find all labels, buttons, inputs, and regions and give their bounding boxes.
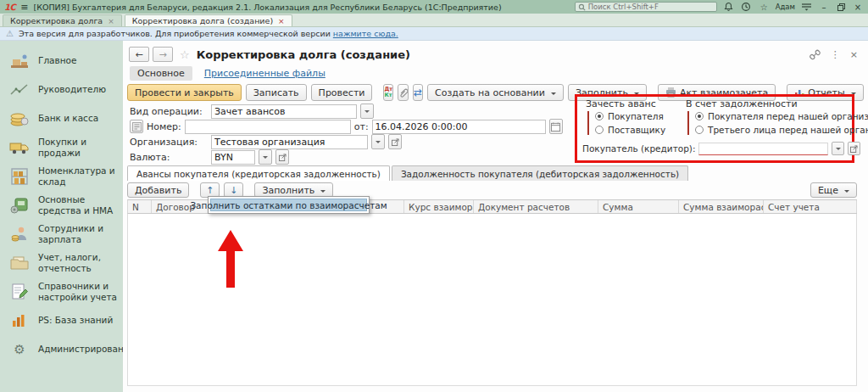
dtkt-postings-button[interactable]: ДтКт <box>383 84 393 101</box>
table-more-button[interactable]: Еще <box>810 182 857 198</box>
save-button[interactable]: Записать <box>246 84 307 101</box>
radio-debt-buyer[interactable]: Покупателя перед нашей организацией <box>695 111 868 121</box>
sidebar-item-bank-i-kassa[interactable]: Банк и касса <box>0 107 123 130</box>
radio-debt-third-party[interactable]: Третьего лица перед нашей организацией <box>695 125 868 135</box>
minimize-button[interactable]: – <box>818 3 830 12</box>
buyer-open-icon-button[interactable] <box>848 142 860 155</box>
sidebar-item-spravochniki[interactable]: Справочники и настройки учета <box>0 280 123 303</box>
organization-input[interactable] <box>211 135 368 149</box>
1c-logo: 1С <box>4 3 15 12</box>
sidebar-item-baza-znaniy[interactable]: PS: База знаний <box>0 309 123 332</box>
back-button[interactable]: ← <box>129 47 149 62</box>
history-icon[interactable] <box>740 1 753 13</box>
calendar-icon-button[interactable] <box>549 119 563 134</box>
number-input[interactable] <box>185 120 351 134</box>
radio-selected-icon <box>595 112 604 120</box>
sidebar-item-uchet-nalogi[interactable]: Учет, налоги, отчетность <box>0 251 123 274</box>
post-and-close-button[interactable]: Провести и закрыть <box>127 84 242 101</box>
coins-icon <box>8 108 31 130</box>
folder-reports-icon <box>8 252 31 274</box>
set-number-icon-button[interactable] <box>130 120 143 133</box>
get-link-icon[interactable] <box>810 49 821 60</box>
more-menu-dots-icon[interactable]: ⋮ <box>831 49 840 60</box>
post-button[interactable]: Провести <box>311 84 373 101</box>
desk-icon <box>8 50 31 72</box>
operation-type-label: Вид операции: <box>130 106 208 117</box>
sidebar-item-administrirovanie[interactable]: ⚙ Администрирование <box>0 338 123 361</box>
search-input[interactable] <box>588 3 714 11</box>
favorites-star-icon[interactable]: ☆ <box>758 1 771 13</box>
main-menu-icon[interactable]: ≡ <box>20 3 28 12</box>
currency-label: Валюта: <box>130 152 208 163</box>
sidebar-item-rukovoditelyu[interactable]: Руководителю <box>0 78 123 101</box>
organization-dropdown-button[interactable] <box>371 134 385 149</box>
tab-close-icon[interactable]: × <box>108 17 114 25</box>
debt-group-title: В счет задолженности <box>686 98 798 109</box>
developer-version-warning: ⚠ Эта версия для разработчиков. Для прио… <box>0 27 868 41</box>
tab-buyer-advances[interactable]: Авансы покупателя (кредиторская задолжен… <box>127 165 390 181</box>
column-header-kurs[interactable]: Курс взаиморасчетов <box>404 200 474 213</box>
radio-advance-buyer[interactable]: Покупателя <box>595 111 665 121</box>
tab-label: Корректировка долга <box>10 16 103 25</box>
operation-type-dropdown-button[interactable] <box>360 104 374 119</box>
window-tab-bar: Корректировка долга × Корректировка долг… <box>0 14 868 27</box>
table-body-empty[interactable] <box>127 214 857 386</box>
sidebar-item-glavnoe[interactable]: Главное <box>0 49 123 72</box>
app-title: [КОПИЯ] Бухгалтерия для Беларуси, редакц… <box>34 3 502 12</box>
notifications-bell-icon[interactable] <box>722 1 735 13</box>
machine-gear-icon <box>8 194 31 216</box>
create-based-on-button[interactable]: Создать на основании <box>427 84 564 101</box>
column-header-n[interactable]: N <box>128 200 152 213</box>
nav-attached-files[interactable]: Присоединенные файлы <box>204 68 326 79</box>
buyer-creditor-input[interactable] <box>698 143 828 155</box>
current-user[interactable]: Адам <box>776 3 795 11</box>
column-header-dokument-raschetov[interactable]: Документ расчетов <box>474 200 598 213</box>
add-row-button[interactable]: Добавить <box>127 182 189 198</box>
sidebar-item-pokupki-i-prodazhi[interactable]: Покупки и продажи <box>0 136 123 159</box>
buy-commercial-link[interactable]: нажмите сюда. <box>333 29 398 38</box>
tab-korrektirovka-dolga[interactable]: Корректировка долга × <box>3 14 122 26</box>
close-window-button[interactable]: × <box>852 3 864 12</box>
column-header-schet-ucheta[interactable]: Счет учета <box>764 200 857 213</box>
form-title: Корректировка долга (создание) <box>197 48 410 61</box>
restore-window-button[interactable] <box>835 3 847 11</box>
sidebar-nav: Главное Руководителю Банк и касса Покупк… <box>0 41 123 392</box>
tab-close-icon[interactable]: × <box>278 17 285 25</box>
warehouse-shelf-icon <box>8 165 31 188</box>
search-icon <box>578 3 586 11</box>
chart-line-icon <box>8 79 31 101</box>
global-search[interactable] <box>575 2 717 12</box>
date-input[interactable] <box>372 120 546 134</box>
date-label: от: <box>354 121 369 132</box>
document-form: ← → ☆ Корректировка долга (создание) ⋮ ×… <box>123 41 868 392</box>
add-favorite-star-icon[interactable]: ☆ <box>180 48 190 61</box>
buyer-dropdown-button[interactable] <box>832 142 844 155</box>
document-pencil-icon <box>8 281 31 303</box>
column-header-summa-vzaimoraschetov[interactable]: Сумма взаиморасчетов <box>679 200 764 213</box>
number-label: Номер: <box>147 121 181 132</box>
related-documents-button[interactable]: ⇄ <box>413 84 423 101</box>
attachments-paperclip-button[interactable] <box>398 84 409 101</box>
truck-icon <box>8 137 31 159</box>
organization-open-icon-button[interactable] <box>388 134 402 149</box>
advance-group-title: Зачесть аванс <box>586 98 656 109</box>
sidebar-item-osnovnye-sredstva[interactable]: Основные средства и НМА <box>0 193 123 216</box>
tab-korrektirovka-dolga-sozdanie[interactable]: Корректировка долга (создание) × <box>125 14 292 26</box>
service-menu-icon[interactable] <box>800 1 813 13</box>
currency-dropdown-button[interactable] <box>259 149 272 165</box>
employee-icon <box>8 223 31 245</box>
tab-label: Корректировка долга (создание) <box>132 16 273 25</box>
sidebar-item-nomenklatura-i-sklad[interactable]: Номенклатура и склад <box>0 165 123 188</box>
operation-type-input[interactable] <box>211 104 357 119</box>
radio-advance-supplier[interactable]: Поставщику <box>595 125 665 135</box>
sidebar-item-sotrudniki-i-zarplata[interactable]: Сотрудники и зарплата <box>0 222 123 245</box>
nav-main[interactable]: Основное <box>130 66 192 81</box>
forward-button[interactable]: → <box>153 47 173 62</box>
currency-input[interactable] <box>211 150 255 165</box>
menu-item-fill-by-balances[interactable]: Заполнить остатками по взаиморасчетам <box>210 199 367 211</box>
currency-open-icon-button[interactable] <box>275 149 289 165</box>
close-form-icon[interactable]: × <box>850 49 858 60</box>
radio-icon <box>595 126 604 134</box>
column-header-summa[interactable]: Сумма <box>598 200 679 213</box>
tab-buyer-debt[interactable]: Задолженность покупателя (дебиторская за… <box>392 165 688 181</box>
